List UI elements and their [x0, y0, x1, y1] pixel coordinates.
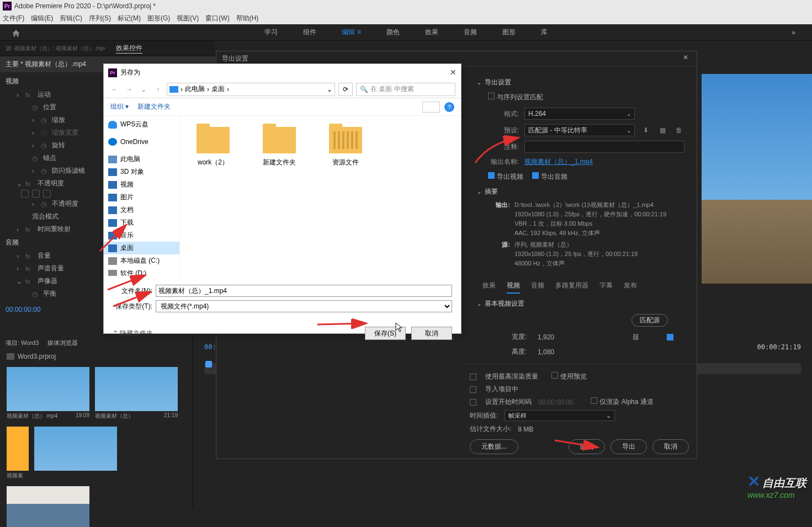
home-icon[interactable]: [10, 29, 22, 39]
tree-drive-d[interactable]: 软件 (D:): [104, 267, 179, 276]
menu-window[interactable]: 窗口(W): [205, 14, 229, 23]
nav-forward-icon[interactable]: →: [124, 84, 135, 95]
tree-desktop[interactable]: 桌面: [104, 242, 179, 254]
prop-scale[interactable]: 缩放: [52, 115, 65, 125]
metadata-button[interactable]: 元数据...: [470, 439, 518, 454]
ws-tab-assembly[interactable]: 组件: [299, 28, 321, 37]
use-preview-checkbox[interactable]: [551, 372, 558, 379]
address-bar[interactable]: ›此电脑 ›桌面 › ⌄: [167, 83, 335, 96]
tree-documents[interactable]: 文档: [104, 204, 179, 216]
tree-onedrive[interactable]: OneDrive: [104, 136, 179, 147]
help-button[interactable]: ?: [444, 102, 454, 112]
prop-blend-mode[interactable]: 混合模式: [32, 212, 59, 221]
menu-sequence[interactable]: 序列(S): [89, 14, 111, 23]
filetype-select[interactable]: 视频文件(*.mp4): [156, 300, 452, 312]
export-tab-video[interactable]: 视频: [507, 279, 520, 294]
prop-anchor[interactable]: 锚点: [43, 153, 56, 163]
format-select[interactable]: H.264⌄: [524, 108, 635, 120]
effect-time-remap[interactable]: 时间重映射: [38, 225, 71, 234]
width-value[interactable]: 1,920: [538, 333, 554, 341]
match-sequence-checkbox[interactable]: [488, 93, 495, 99]
ws-tab-graphics[interactable]: 图形: [498, 28, 520, 37]
height-value[interactable]: 1,080: [538, 348, 554, 356]
menu-edit[interactable]: 编辑(E): [31, 14, 53, 23]
preset-import-icon[interactable]: ⬇: [640, 125, 651, 136]
nav-up-icon[interactable]: ↑: [152, 84, 163, 95]
clip-thumb-2[interactable]: 视频素: [7, 427, 29, 481]
ws-tab-editing[interactable]: 编辑: [337, 28, 365, 37]
effect-panner[interactable]: 声像器: [38, 276, 57, 286]
save-cancel-button[interactable]: 取消: [411, 327, 452, 340]
effect-controls-tab[interactable]: 效果控件: [116, 44, 142, 54]
tree-pictures[interactable]: 图片: [104, 191, 179, 204]
clip-thumb-1[interactable]: 视频素材（总）21:19: [95, 367, 178, 421]
ws-tab-learn[interactable]: 学习: [260, 28, 282, 37]
effect-opacity[interactable]: 不透明度: [38, 179, 64, 188]
tree-downloads[interactable]: 下载: [104, 216, 179, 229]
preset-delete-icon[interactable]: 🗑: [673, 125, 684, 136]
prop-rotation[interactable]: 旋转: [52, 141, 65, 150]
preset-select[interactable]: 匹配源 - 中等比特率⌄: [524, 124, 635, 136]
new-folder-button[interactable]: 新建文件夹: [137, 102, 171, 111]
output-name-link[interactable]: 视频素材（总）_1.mp4: [524, 157, 593, 167]
queue-button[interactable]: 队列: [569, 439, 605, 454]
clip-thumb-0[interactable]: 视频素材（总）.mp419:09: [7, 367, 89, 421]
prop-opacity[interactable]: 不透明度: [52, 199, 78, 209]
tree-videos[interactable]: 视频: [104, 178, 179, 191]
prop-antiflicker[interactable]: 防闪烁滤镜: [52, 166, 85, 175]
playhead[interactable]: [205, 361, 212, 368]
mask-pen-icon[interactable]: [43, 190, 51, 198]
menu-graphics[interactable]: 图形(G): [147, 14, 170, 23]
mask-ellipse-icon[interactable]: [21, 190, 29, 198]
import-project-checkbox[interactable]: [470, 386, 476, 393]
preset-save-icon[interactable]: ▦: [657, 125, 668, 136]
media-browser-tab[interactable]: 媒体浏览器: [47, 339, 78, 347]
nav-recent-icon[interactable]: ⌄: [138, 84, 149, 95]
folder-item-0[interactable]: work（2）: [191, 127, 235, 167]
save-dialog-close-button[interactable]: ✕: [450, 68, 457, 77]
menu-clip[interactable]: 剪辑(C): [60, 14, 82, 23]
effect-motion[interactable]: 运动: [38, 90, 51, 99]
tree-thispc[interactable]: 此电脑: [104, 153, 179, 166]
menu-help[interactable]: 帮助(H): [236, 14, 259, 23]
set-start-tc-checkbox[interactable]: [470, 399, 476, 406]
clip-thumb-4[interactable]: [7, 486, 89, 527]
export-tab-multiplexer[interactable]: 多路复用器: [555, 279, 588, 294]
effect-volume[interactable]: 音量: [38, 251, 51, 260]
ws-tab-libraries[interactable]: 库: [537, 28, 552, 37]
tree-drive-c[interactable]: 本地磁盘 (C:): [104, 254, 179, 267]
organize-button[interactable]: 组织 ▾: [110, 102, 129, 111]
menu-file[interactable]: 文件(F): [3, 14, 24, 23]
comment-input[interactable]: [524, 141, 684, 153]
export-tab-publish[interactable]: 发布: [624, 279, 637, 294]
time-interp-select[interactable]: 帧采样⌄: [505, 410, 615, 421]
mask-rect-icon[interactable]: [32, 190, 40, 198]
render-alpha-checkbox[interactable]: [591, 397, 597, 404]
effect-channel-volume[interactable]: 声道音量: [38, 264, 64, 273]
prop-balance[interactable]: 平衡: [43, 289, 56, 299]
breadcrumb-1[interactable]: 桌面: [211, 84, 225, 94]
file-list[interactable]: work（2） 新建文件夹 资源文件: [180, 116, 461, 276]
export-audio-checkbox[interactable]: [532, 172, 539, 179]
export-video-checkbox[interactable]: [488, 172, 495, 179]
breadcrumb-0[interactable]: 此电脑: [185, 84, 205, 94]
export-cancel-button[interactable]: 取消: [652, 439, 689, 454]
export-tab-audio[interactable]: 音频: [531, 279, 544, 294]
ws-tab-audio[interactable]: 音频: [459, 28, 481, 37]
view-button[interactable]: [422, 102, 440, 113]
menu-view[interactable]: 视图(V): [177, 14, 199, 23]
filename-input[interactable]: [156, 285, 452, 297]
export-close-button[interactable]: ✕: [680, 54, 691, 65]
nav-back-icon[interactable]: ←: [109, 84, 120, 95]
folder-item-2[interactable]: 资源文件: [323, 127, 368, 167]
link-icon[interactable]: ⛓: [633, 333, 639, 341]
match-source-button[interactable]: 匹配源: [631, 314, 668, 327]
ws-tab-effects[interactable]: 效果: [421, 28, 443, 37]
prop-position[interactable]: 位置: [43, 103, 56, 112]
export-button[interactable]: 导出: [611, 439, 647, 454]
clip-thumb-3[interactable]: [34, 427, 117, 481]
folder-item-1[interactable]: 新建文件夹: [257, 127, 301, 167]
export-tab-captions[interactable]: 字幕: [599, 279, 613, 294]
ws-more-icon[interactable]: »: [792, 29, 795, 36]
tree-wps[interactable]: WPS云盘: [104, 118, 179, 131]
